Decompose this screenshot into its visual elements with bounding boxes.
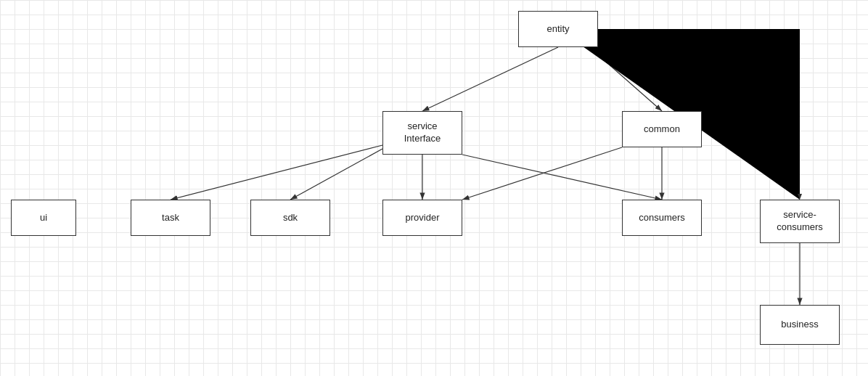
node-task[interactable]: task [131, 200, 210, 236]
node-ui[interactable]: ui [11, 200, 76, 236]
svg-line-7 [462, 147, 622, 200]
node-business[interactable]: business [760, 305, 840, 345]
arrows-layer [0, 0, 868, 376]
diagram-canvas: entity serviceInterface common ui task s… [0, 0, 868, 376]
svg-line-3 [171, 145, 382, 200]
svg-line-2 [589, 47, 662, 111]
svg-line-1 [422, 47, 558, 111]
node-service-interface[interactable]: serviceInterface [382, 111, 462, 155]
node-entity[interactable]: entity [518, 11, 598, 47]
node-sdk[interactable]: sdk [250, 200, 330, 236]
node-provider[interactable]: provider [382, 200, 462, 236]
node-service-consumers[interactable]: service-consumers [760, 200, 840, 243]
node-consumers[interactable]: consumers [622, 200, 702, 236]
svg-line-4 [290, 149, 382, 200]
node-common[interactable]: common [622, 111, 702, 147]
svg-line-6 [462, 155, 662, 200]
